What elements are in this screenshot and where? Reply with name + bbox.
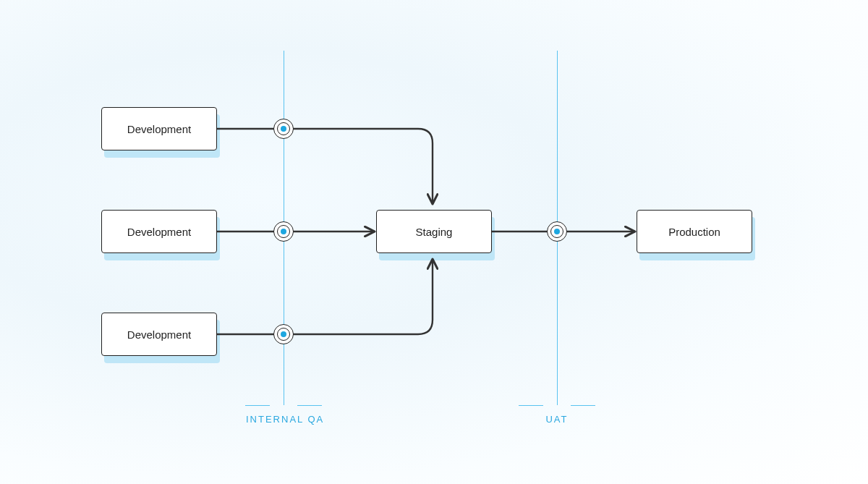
node-label: Development [127, 328, 191, 341]
lane-tick-internal-qa-right [297, 405, 322, 406]
gate-icon [547, 221, 567, 242]
node-development-1: Development [101, 107, 217, 150]
lane-tick-internal-qa-left [245, 405, 270, 406]
node-staging: Staging [376, 210, 492, 253]
lane-label-internal-qa: INTERNAL QA [246, 414, 321, 425]
diagram-canvas: INTERNAL QA UAT Development [0, 0, 868, 484]
node-label: Production [668, 226, 720, 238]
node-development-3: Development [101, 313, 217, 356]
node-development-2: Development [101, 210, 217, 253]
node-production: Production [637, 210, 752, 253]
node-label: Development [127, 226, 191, 238]
node-label: Development [127, 123, 191, 135]
lane-tick-uat-left [519, 405, 543, 406]
lane-label-uat: UAT [540, 414, 574, 425]
gate-icon [273, 324, 294, 344]
gate-icon [273, 119, 294, 139]
lane-tick-uat-right [571, 405, 595, 406]
gate-icon [273, 221, 294, 242]
node-label: Staging [416, 226, 453, 238]
